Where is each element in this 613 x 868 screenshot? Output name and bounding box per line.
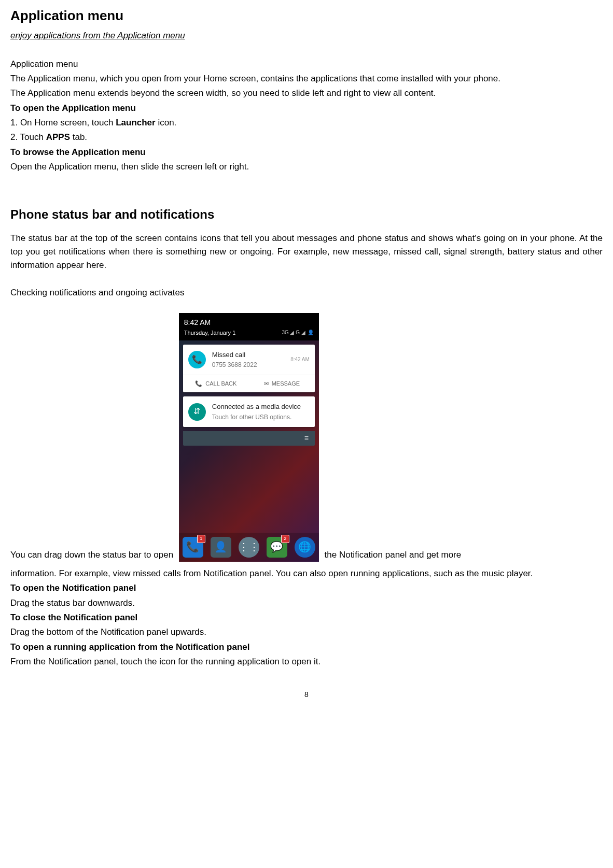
notif-title: Missed call [212, 350, 290, 360]
app-tray: 📞 1 👤 ⋮⋮ 💬 2 🌐 [179, 533, 319, 562]
app-phone-icon: 📞 1 [183, 537, 203, 558]
app-launcher-icon: ⋮⋮ [239, 537, 259, 558]
para: Open the Application menu, then slide th… [10, 160, 603, 174]
keyword-apps: APPS [46, 132, 70, 142]
signal-icons: 3G ◢ G ◢ 👤 [282, 329, 313, 337]
message-button: ✉MESSAGE [249, 375, 315, 392]
subtitle: enjoy applications from the Application … [10, 29, 603, 42]
keyword-launcher: Launcher [116, 118, 156, 127]
paragraph-with-inline-screenshot: You can drag down the status bar to open… [10, 313, 603, 562]
status-date: Thursday, January 1 [184, 329, 235, 337]
label: CALL BACK [205, 379, 236, 388]
call-back-button: 📞CALL BACK [183, 375, 249, 392]
subheading-browse-app-menu: To browse the Application menu [10, 146, 603, 159]
usb-icon: ⇵ [188, 403, 206, 421]
step: 2. Touch APPS tab. [10, 131, 603, 144]
para: The status bar at the top of the screen … [10, 232, 603, 273]
app-contacts-icon: 👤 [211, 537, 231, 558]
subheading-open-notif-panel: To open the Notification panel [10, 581, 603, 595]
label: MESSAGE [272, 379, 300, 388]
badge-count: 1 [197, 535, 205, 543]
phone-screenshot: 8:42 AM Thursday, January 1 3G ◢ G ◢ 👤 📞… [179, 313, 319, 562]
para: information. For example, view missed ca… [10, 567, 603, 580]
notif-sub: Touch for other USB options. [212, 412, 310, 422]
app-browser-icon: 🌐 [295, 537, 315, 558]
text: You can drag down the status bar to open [10, 550, 176, 560]
signal-text: 3G ◢ G ◢ [282, 329, 305, 337]
heading-application-menu: Application menu [10, 5, 603, 26]
clear-all-bar: ≡ [183, 431, 315, 446]
badge-count: 2 [281, 535, 289, 543]
message-icon: ✉ [264, 379, 269, 388]
text: the Notification panel and get more [325, 550, 462, 560]
phone-icon: 📞 [195, 379, 202, 388]
para: Drag the bottom of the Notification pane… [10, 625, 603, 639]
phone-icon: 📞 [188, 351, 206, 368]
para: From the Notification panel, touch the i… [10, 655, 603, 668]
heading-status-bar: Phone status bar and notifications [10, 205, 603, 224]
subheading-open-running-app: To open a running application from the N… [10, 641, 603, 654]
clear-icon: ≡ [304, 433, 309, 444]
notification-missed-call: 📞 Missed call 0755 3688 2022 8:42 AM 📞CA… [183, 345, 315, 393]
text: tab. [70, 132, 87, 142]
status-time: 8:42 AM [184, 317, 314, 329]
subheading-close-notif-panel: To close the Notification panel [10, 611, 603, 624]
notif-time: 8:42 AM [290, 355, 310, 364]
notif-title: Connected as a media device [212, 402, 310, 412]
notification-usb: ⇵ Connected as a media device Touch for … [183, 396, 315, 427]
page-number: 8 [10, 689, 603, 701]
notif-number: 0755 3688 2022 [212, 360, 290, 370]
para: The Application menu extends beyond the … [10, 87, 603, 100]
profile-icon: 👤 [308, 329, 314, 337]
step: 1. On Home screen, touch Launcher icon. [10, 116, 603, 130]
text: icon. [156, 118, 177, 127]
app-messaging-icon: 💬 2 [267, 537, 287, 558]
subheading-open-app-menu: To open the Application menu [10, 102, 603, 115]
para: Application menu [10, 58, 603, 71]
para: Checking notifications and ongoing activ… [10, 286, 603, 300]
para: Drag the status bar downwards. [10, 596, 603, 610]
phone-status-bar: 8:42 AM Thursday, January 1 3G ◢ G ◢ 👤 [179, 313, 319, 340]
text: 1. On Home screen, touch [10, 118, 116, 127]
text: 2. Touch [10, 132, 46, 142]
para: The Application menu, which you open fro… [10, 72, 603, 86]
